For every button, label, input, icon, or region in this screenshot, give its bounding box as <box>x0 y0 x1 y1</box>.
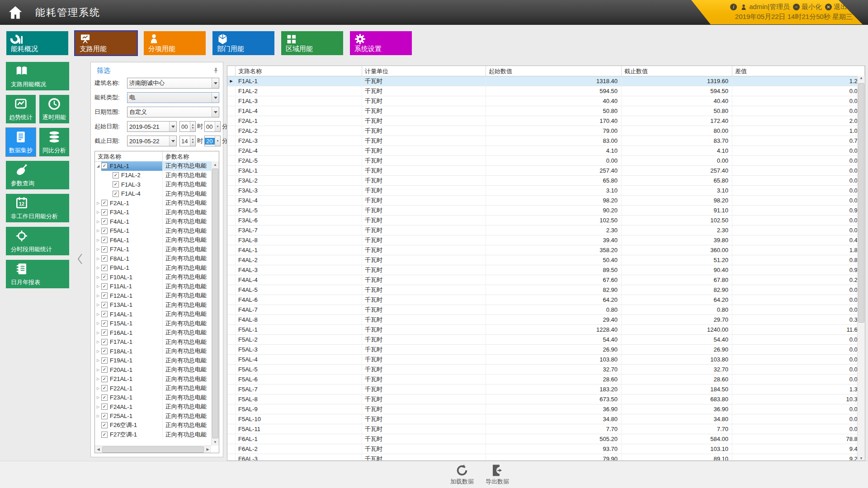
table-row[interactable]: F4AL-6千瓦时64.2064.200.00 <box>227 295 865 305</box>
nav-tile-overview[interactable]: 能耗概况 <box>6 31 68 55</box>
table-row[interactable]: F3AL-6千瓦时102.50102.500.00 <box>227 216 865 225</box>
table-row[interactable]: F5AL-10千瓦时34.8034.800.00 <box>227 414 865 424</box>
date-range-select[interactable]: 自定义 <box>127 107 219 117</box>
tree-row[interactable]: ▷✓F11AL-1正向有功总电能 <box>95 282 211 291</box>
table-row[interactable]: F3AL-8千瓦时39.4039.800.40 <box>227 235 865 245</box>
scroll-down-icon[interactable]: ▼ <box>858 456 865 460</box>
table-row[interactable]: F1AL-2千瓦时594.50594.500.00 <box>227 86 865 96</box>
sidebar-item-yoy[interactable]: 同比分析 <box>39 128 69 156</box>
table-row[interactable]: F4AL-5千瓦时82.9082.900.00 <box>227 285 865 295</box>
tree-expand-icon[interactable]: ▷ <box>95 284 101 288</box>
checkbox[interactable]: ✓ <box>101 255 108 262</box>
nav-tile-department[interactable]: 部门用能 <box>212 31 274 55</box>
tree-row[interactable]: ▷✓F7AL-1正向有功总电能 <box>95 245 211 254</box>
checkbox[interactable]: ✓ <box>101 366 108 373</box>
tree-row[interactable]: ▷✓F6AL-1正向有功总电能 <box>95 235 211 245</box>
tree-expand-icon[interactable]: ▷ <box>95 229 101 233</box>
scroll-up-icon[interactable]: ▲ <box>212 161 219 168</box>
tree-expand-icon[interactable]: ▷ <box>95 386 101 390</box>
nav-tile-settings[interactable]: 系统设置 <box>350 31 412 55</box>
table-row[interactable]: F2AL-2千瓦时79.0080.001.00 <box>227 126 865 136</box>
tree-expand-icon[interactable]: ▷ <box>95 210 101 214</box>
sidebar-item-meter-reading[interactable]: 数据集抄 <box>6 128 36 156</box>
table-row[interactable]: F4AL-3千瓦时89.5090.400.90 <box>227 265 865 275</box>
table-row[interactable]: F6AL-3千瓦时79.9089.109.20 <box>227 454 865 461</box>
sidebar-item-timeslot[interactable]: 分时段用能统计 <box>6 227 69 255</box>
tree-expand-icon[interactable]: ▷ <box>95 238 101 242</box>
table-row[interactable]: F3AL-1千瓦时257.40257.400.00 <box>227 166 865 176</box>
tree-row[interactable]: ▷✓F24AL-1正向有功总电能 <box>95 402 211 412</box>
checkbox[interactable]: ✓ <box>101 376 108 382</box>
table-row[interactable]: F2AL-4千瓦时4.104.100.00 <box>227 146 865 156</box>
tree-expand-icon[interactable]: ▷ <box>95 294 101 298</box>
tree-row[interactable]: ◢✓F1AL-1正向有功总电能 <box>95 161 211 171</box>
checkbox[interactable]: ✓ <box>113 181 119 188</box>
tree-row[interactable]: ✓F26空调-1正向有功总电能 <box>95 421 211 430</box>
table-row[interactable]: F6AL-1千瓦时505.20584.0078.80 <box>227 434 865 444</box>
tree-row[interactable]: ▷✓F23AL-1正向有功总电能 <box>95 393 211 403</box>
start-hour-spinner[interactable]: 00 ▲▼ <box>179 121 196 132</box>
scrollbar-thumb[interactable] <box>858 83 864 323</box>
tree-expand-icon[interactable]: ▷ <box>95 266 101 270</box>
tree-row[interactable]: ▷✓F10AL-1正向有功总电能 <box>95 272 211 282</box>
tree-row[interactable]: ▷✓F4AL-1正向有功总电能 <box>95 217 211 226</box>
tree-expand-icon[interactable]: ▷ <box>95 349 101 353</box>
table-row[interactable]: F3AL-3千瓦时3.103.100.00 <box>227 186 865 196</box>
export-data-button[interactable]: 导出数据 <box>479 464 515 486</box>
checkbox[interactable]: ✓ <box>101 385 108 391</box>
checkbox[interactable]: ✓ <box>101 237 108 243</box>
table-row[interactable]: F1AL-4千瓦时50.8050.800.00 <box>227 106 865 116</box>
tree-expand-icon[interactable]: ▷ <box>95 220 101 224</box>
tree-expand-icon[interactable]: ▷ <box>95 321 101 325</box>
table-row[interactable]: F4AL-1千瓦时358.20360.001.80 <box>227 245 865 255</box>
table-row[interactable]: F5AL-5千瓦时32.7032.700.00 <box>227 365 865 375</box>
user-menu[interactable]: admin|管理员 <box>740 3 790 11</box>
table-row[interactable]: F4AL-2千瓦时50.4051.200.80 <box>227 255 865 265</box>
checkbox[interactable]: ✓ <box>101 348 108 354</box>
table-row[interactable]: ▶F1AL-1千瓦时1318.401319.601.20 <box>227 76 865 86</box>
sidebar-item-branch-overview[interactable]: 支路用能概况 <box>6 62 69 90</box>
tree-row[interactable]: ✓F1AL-2正向有功总电能 <box>95 171 211 180</box>
end-hour-spinner[interactable]: 14 ▲▼ <box>179 136 196 146</box>
grid-col-branch[interactable]: 支路名称 <box>236 66 362 76</box>
tree-row[interactable]: ▷✓F17AL-1正向有功总电能 <box>95 338 211 347</box>
scrollbar-thumb[interactable] <box>212 169 218 438</box>
tree-row[interactable]: ▷✓F22AL-1正向有功总电能 <box>95 384 211 393</box>
tree-row[interactable]: ▷✓F20AL-1正向有功总电能 <box>95 365 211 375</box>
checkbox[interactable]: ✓ <box>101 163 108 169</box>
tree-expand-icon[interactable]: ▷ <box>95 201 101 205</box>
energy-type-select[interactable]: 电 <box>127 92 219 103</box>
tree-expand-icon[interactable]: ▷ <box>95 377 101 381</box>
tree-horizontal-scrollbar[interactable]: ◀ ▶ <box>95 446 211 453</box>
checkbox[interactable]: ✓ <box>101 274 108 280</box>
tree-expand-icon[interactable]: ▷ <box>95 312 101 316</box>
tree-row[interactable]: ✓F27空调-1正向有功总电能 <box>95 430 211 440</box>
tree-expand-icon[interactable]: ▷ <box>95 414 101 418</box>
grid-col-unit[interactable]: 计量单位 <box>362 66 486 76</box>
tree-vertical-scrollbar[interactable]: ▲ ▼ <box>211 161 219 446</box>
grid-col-end[interactable]: 截止数值 <box>622 66 732 76</box>
tree-expand-icon[interactable]: ▷ <box>95 405 101 409</box>
checkbox[interactable]: ✓ <box>101 329 108 336</box>
tree-row[interactable]: ▷✓F18AL-1正向有功总电能 <box>95 347 211 356</box>
home-icon[interactable] <box>7 5 24 21</box>
table-row[interactable]: F2AL-3千瓦时83.0083.700.70 <box>227 136 865 146</box>
tree-expand-icon[interactable]: ▷ <box>95 358 101 362</box>
tree-expand-icon[interactable]: ▷ <box>95 331 101 335</box>
nav-tile-area[interactable]: 区域用能 <box>281 31 343 55</box>
tree-expand-icon[interactable]: ▷ <box>95 275 101 279</box>
load-data-button[interactable]: 加载数据 <box>444 464 480 486</box>
pin-icon[interactable] <box>213 67 218 75</box>
scroll-left-icon[interactable]: ◀ <box>95 447 102 451</box>
nav-tile-subitem[interactable]: 分项用能 <box>144 31 206 55</box>
tree-expand-icon[interactable]: ▷ <box>95 247 101 251</box>
sidebar-item-trend[interactable]: 趋势统计 <box>6 95 36 123</box>
table-row[interactable]: F4AL-8千瓦时29.4029.700.30 <box>227 315 865 325</box>
checkbox[interactable]: ✓ <box>101 422 108 428</box>
scroll-up-icon[interactable]: ▲ <box>858 76 865 80</box>
building-select[interactable]: 济南朗诚中心 <box>127 78 219 89</box>
tree-row[interactable]: ▷✓F14AL-1正向有功总电能 <box>95 310 211 319</box>
checkbox[interactable]: ✓ <box>101 413 108 419</box>
table-row[interactable]: F5AL-1千瓦时1228.401240.0011.60 <box>227 325 865 335</box>
tree-row[interactable]: ✓F1AL-3正向有功总电能 <box>95 180 211 189</box>
